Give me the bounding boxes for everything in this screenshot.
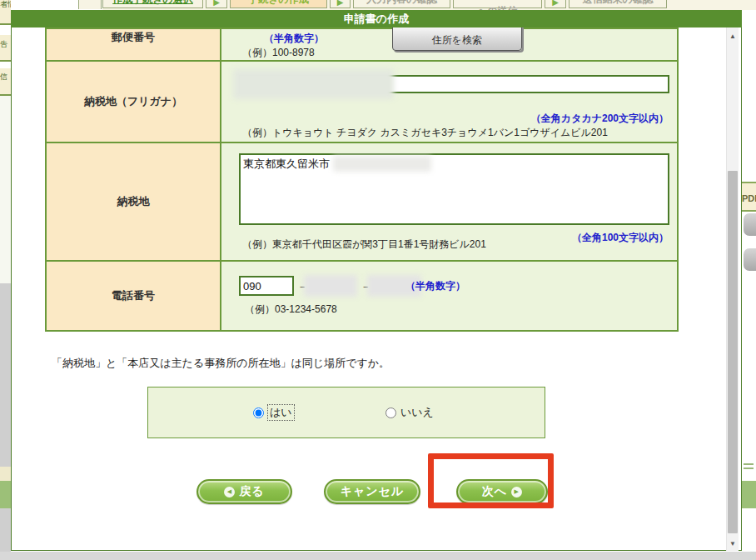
background-bottom-strip <box>0 552 756 560</box>
background-box-fragment <box>78 0 102 9</box>
dialog-scrollbar[interactable]: ▲ ▼ <box>726 28 739 551</box>
furigana-example: （例）トウキョウト チヨダク カスミガセキ3チョウメ1バン1ゴウザイムビル201 <box>242 126 608 140</box>
phone-part1-input[interactable] <box>239 276 294 296</box>
dialog-title-bar: 申請書の作成 <box>11 10 742 28</box>
background-dash <box>744 463 754 465</box>
address-textarea[interactable]: 東京都東久留米市 <box>239 153 669 225</box>
table-row-furigana: 納税地（フリガナ） （全角カタカナ200文字以内） （例）トウキョウト チヨダク… <box>47 60 677 142</box>
address-example: （例）東京都千代田区霞が関3丁目1番1号財務ビル201 <box>242 238 486 252</box>
phone-label: 電話番号 <box>47 262 221 330</box>
redacted-phone-part2 <box>304 275 357 297</box>
cancel-button-label: キャンセル <box>341 484 405 499</box>
back-button[interactable]: ◀ 戻る <box>196 479 292 504</box>
tab-create-procedure-label: 手続きの作成 <box>248 0 309 7</box>
postal-format-note: （半角数字） <box>264 32 324 46</box>
address-cell: 東京都東久留米市 （全角100文字以内） （例）東京都千代田区霞が関3丁目1番1… <box>221 143 677 260</box>
scroll-down-icon[interactable]: ▼ <box>727 537 739 550</box>
background-gray-button-fragment <box>744 248 756 271</box>
tab-confirm-input: 入力内容の確認 <box>353 0 450 8</box>
tax-form-table: 郵便番号 （半角数字） 住所を検索 （例）100-8978 納税地（フリガナ） … <box>45 28 679 332</box>
address-limit-note: （全角100文字以内） <box>572 231 669 245</box>
pdf-label: PDF <box>742 193 756 203</box>
sidebar-fragment-report: 告 <box>0 35 11 62</box>
sidebar-fragment-send: 信 <box>0 68 11 96</box>
next-button-label: 次へ <box>482 484 507 499</box>
radio-no-input[interactable] <box>385 408 396 418</box>
radio-yes-label: はい <box>268 405 294 420</box>
phone-cell: － － （半角数字） （例）03-1234-5678 <box>221 262 677 330</box>
background-right-area <box>742 10 756 551</box>
tab-select-procedure[interactable]: 作成手続きの選択 <box>102 0 203 8</box>
tab-send: への送信 <box>453 0 542 8</box>
tab-arrow-icon: ▶ <box>206 0 227 8</box>
dialog-title: 申請書の作成 <box>344 12 409 27</box>
radio-option-no[interactable]: いいえ <box>385 405 434 420</box>
background-dash <box>744 468 754 469</box>
furigana-label: 納税地（フリガナ） <box>47 62 221 142</box>
tab-confirm-result-label: 送信結果の確認 <box>583 0 653 7</box>
cancel-button[interactable]: キャンセル <box>324 479 420 504</box>
back-button-label: 戻る <box>239 484 264 499</box>
background-gray-button-fragment <box>744 213 756 236</box>
sidebar-fragment-registration: 者情報の登録・確認・変更 <box>0 0 11 25</box>
back-arrow-icon: ◀ <box>224 487 235 498</box>
background-left-area <box>0 96 11 283</box>
tab-arrow-icon: ▶ <box>330 0 351 8</box>
screen: 作成手続きの選択 ▶ 手続きの作成 ▶ 入力内容の確認 への送信 ▶ 送信結果の… <box>0 0 756 560</box>
postal-code-label: 郵便番号 <box>47 29 221 60</box>
radio-no-label: いいえ <box>400 405 434 420</box>
same-location-radio-panel: はい いいえ <box>147 387 545 438</box>
scroll-up-icon[interactable]: ▲ <box>727 29 739 42</box>
table-row-postal-code: 郵便番号 （半角数字） 住所を検索 （例）100-8978 <box>47 29 677 60</box>
tab-arrow-icon: ▶ <box>545 0 566 8</box>
background-left-gray <box>0 283 11 560</box>
tab-confirm-input-label: 入力内容の確認 <box>366 0 436 7</box>
tab-confirm-result: 送信結果の確認 <box>569 0 667 8</box>
table-row-address: 納税地 東京都東久留米市 （全角100文字以内） （例）東京都千代田区霞が関3丁… <box>47 142 677 260</box>
furigana-cell: （全角カタカナ200文字以内） （例）トウキョウト チヨダク カスミガセキ3チョ… <box>221 62 677 142</box>
postal-code-cell: （半角数字） 住所を検索 （例）100-8978 <box>221 29 677 60</box>
phone-format-note: （半角数字） <box>405 279 465 293</box>
tab-create-procedure-active[interactable]: 手続きの作成 <box>230 0 327 8</box>
background-left-beige <box>0 467 11 481</box>
phone-example: （例）03-1234-5678 <box>245 302 337 317</box>
postal-example: （例）100-8978 <box>242 46 315 60</box>
address-label: 納税地 <box>47 143 221 260</box>
background-right-green-button-fragment <box>742 481 756 508</box>
table-row-phone: 電話番号 － － （半角数字） （例）03-1234-5678 <box>47 260 677 330</box>
redacted-address <box>333 156 431 172</box>
tab-select-procedure-label: 作成手続きの選択 <box>112 0 193 7</box>
scrollbar-thumb[interactable] <box>728 171 738 533</box>
radio-yes-input[interactable] <box>253 408 264 418</box>
furigana-limit-note: （全角カタカナ200文字以内） <box>531 112 669 126</box>
background-pdf-strip: PDF <box>742 182 756 212</box>
redacted-furigana <box>233 69 394 99</box>
next-arrow-icon: ▶ <box>511 487 522 498</box>
next-button[interactable]: 次へ ▶ <box>456 479 548 504</box>
radio-option-yes[interactable]: はい <box>253 405 294 420</box>
same-location-question: 「納税地」と「本店又は主たる事務所の所在地」は同じ場所ですか。 <box>52 356 390 371</box>
